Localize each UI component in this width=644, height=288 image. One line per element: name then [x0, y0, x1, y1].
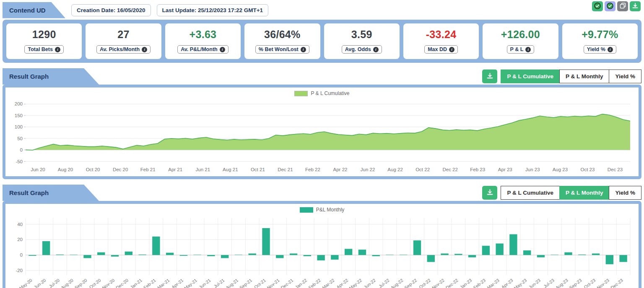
- svg-text:Jun-23: Jun-23: [528, 278, 542, 288]
- svg-text:Aug-22: Aug-22: [390, 278, 404, 288]
- svg-text:Aug 22: Aug 22: [387, 167, 402, 172]
- copy-icon: [620, 3, 626, 10]
- stat-card-total-bets: 1290Total Betsi: [6, 23, 82, 59]
- stat-label-chip[interactable]: Av. P&L/Monthi: [177, 45, 229, 54]
- svg-text:Jan-23: Jan-23: [459, 278, 473, 288]
- svg-text:Apr-23: Apr-23: [500, 278, 514, 288]
- stat-card-p-l: +126.00P & Li: [483, 23, 558, 59]
- svg-text:Mar-21: Mar-21: [156, 278, 171, 288]
- result-graph-1-title: Result Graph: [3, 68, 99, 85]
- tab-yield-[interactable]: Yield %: [609, 69, 641, 83]
- svg-text:Apr-21: Apr-21: [171, 278, 184, 288]
- chart-2-download-button[interactable]: [482, 186, 497, 200]
- download-icon: [487, 189, 493, 197]
- result-graph-2-controls: P & L CumulativeP & L MonthlyYield %: [482, 186, 641, 200]
- svg-text:Aug-21: Aug-21: [225, 278, 239, 288]
- svg-text:100: 100: [15, 124, 23, 129]
- svg-text:Feb 22: Feb 22: [305, 167, 320, 172]
- svg-text:Nov-23: Nov-23: [596, 278, 610, 288]
- svg-text:Oct-21: Oct-21: [253, 278, 267, 288]
- svg-text:Feb-21: Feb-21: [143, 278, 157, 288]
- svg-text:Mar-22: Mar-22: [321, 278, 335, 288]
- result-graph-1-controls: P & L CumulativeP & L MonthlyYield %: [482, 69, 641, 83]
- stat-label-chip[interactable]: % Bet Won/Losti: [255, 45, 309, 54]
- verified-badge-button[interactable]: [592, 1, 603, 11]
- stat-value: 36/64%: [246, 28, 318, 41]
- stat-card-yield-: +9.77%Yield %i: [562, 23, 638, 59]
- tab-p-l-cumulative[interactable]: P & L Cumulative: [501, 186, 560, 200]
- stat-label-chip[interactable]: Yield %i: [584, 45, 616, 54]
- tab-p-l-cumulative[interactable]: P & L Cumulative: [501, 69, 560, 83]
- svg-text:Jul-22: Jul-22: [378, 278, 390, 288]
- stat-label-chip[interactable]: Av. Picks/Monthi: [96, 45, 151, 54]
- info-icon[interactable]: i: [449, 47, 454, 52]
- stat-value: +126.00: [484, 28, 556, 41]
- info-icon[interactable]: i: [373, 47, 379, 52]
- svg-text:Aug-23: Aug-23: [555, 278, 569, 288]
- svg-text:Dec 20: Dec 20: [113, 167, 128, 172]
- svg-text:Jun 22: Jun 22: [361, 167, 375, 172]
- result-graph-2-header: Result Graph P & L CumulativeP & L Month…: [3, 185, 641, 201]
- info-icon[interactable]: i: [608, 47, 613, 52]
- copy-button[interactable]: [617, 1, 628, 11]
- svg-text:Jul-20: Jul-20: [48, 278, 60, 288]
- svg-text:20: 20: [17, 237, 23, 242]
- stat-label-text: % Bet Won/Lost: [259, 46, 299, 52]
- svg-text:Jun-22: Jun-22: [363, 278, 377, 288]
- chart-1-tab-group: P & L CumulativeP & L MonthlyYield %: [501, 69, 641, 83]
- chart-1-download-button[interactable]: [482, 69, 497, 83]
- svg-text:Sep-23: Sep-23: [568, 278, 582, 288]
- info-icon[interactable]: i: [55, 47, 60, 52]
- svg-text:Nov-20: Nov-20: [101, 278, 115, 288]
- legend-label: P&L Monthly: [316, 207, 345, 213]
- info-icon[interactable]: i: [220, 47, 225, 52]
- stat-label-text: Avg. Odds: [345, 46, 371, 52]
- stat-label-chip[interactable]: P & Li: [507, 45, 535, 54]
- download-icon: [632, 3, 638, 10]
- stat-label-chip[interactable]: Total Betsi: [24, 45, 64, 54]
- tab-p-l-monthly[interactable]: P & L Monthly: [559, 186, 610, 200]
- stat-label-chip[interactable]: Avg. Oddsi: [342, 45, 382, 54]
- pl-cumulative-chart: 200150100500-50Jun 20Aug 20Oct 20Dec 20F…: [8, 98, 634, 175]
- info-icon[interactable]: i: [142, 47, 147, 52]
- pl-monthly-chart: 40200-20May-20Jun-20Jul-20Aug-20Sep-20Oc…: [8, 215, 634, 288]
- svg-text:Jun 21: Jun 21: [196, 167, 210, 172]
- svg-text:Mar-23: Mar-23: [486, 278, 500, 288]
- svg-text:0: 0: [20, 252, 23, 257]
- svg-text:Dec-23: Dec-23: [610, 278, 624, 288]
- svg-text:May-23: May-23: [513, 278, 527, 288]
- check-badge-alt-icon: [606, 2, 614, 11]
- tab-yield-[interactable]: Yield %: [609, 186, 641, 200]
- svg-text:Jul-23: Jul-23: [543, 278, 555, 288]
- stat-value: 1290: [8, 28, 80, 41]
- stat-value: 3.59: [326, 28, 398, 41]
- svg-text:Aug 23: Aug 23: [553, 167, 568, 172]
- svg-text:Feb-22: Feb-22: [307, 278, 322, 288]
- verified-badge-alt-button[interactable]: [605, 1, 615, 11]
- svg-text:150: 150: [15, 113, 23, 118]
- stat-card--bet-won-lost: 36/64%% Bet Won/Losti: [244, 23, 320, 59]
- header-download-button[interactable]: [630, 1, 641, 11]
- svg-text:Oct 21: Oct 21: [251, 167, 265, 172]
- svg-text:0: 0: [20, 147, 23, 152]
- svg-text:Dec 23: Dec 23: [608, 167, 623, 172]
- svg-text:Aug 21: Aug 21: [223, 167, 238, 172]
- svg-text:Apr 21: Apr 21: [168, 167, 182, 172]
- info-icon[interactable]: i: [301, 47, 306, 52]
- svg-text:Jun 23: Jun 23: [525, 167, 540, 172]
- monthly-chart-panel: P&L Monthly 40200-20May-20Jun-20Jul-20Au…: [3, 201, 641, 288]
- stat-value: -33.24: [405, 28, 477, 41]
- svg-text:Feb-23: Feb-23: [473, 278, 487, 288]
- stats-panel: 1290Total Betsi27Av. Picks/Monthi+3.63Av…: [3, 20, 641, 63]
- stat-value: +9.77%: [564, 28, 636, 41]
- svg-text:Oct 20: Oct 20: [86, 167, 100, 172]
- svg-text:Jun-20: Jun-20: [33, 278, 47, 288]
- svg-text:Dec-21: Dec-21: [280, 278, 294, 288]
- tab-p-l-monthly[interactable]: P & L Monthly: [559, 69, 610, 83]
- stat-label-chip[interactable]: Max DDi: [424, 45, 458, 54]
- svg-text:Jun 20: Jun 20: [31, 167, 45, 172]
- svg-text:Dec 21: Dec 21: [278, 167, 293, 172]
- svg-text:Oct-22: Oct-22: [418, 278, 431, 288]
- stat-label-text: Av. Picks/Month: [100, 46, 140, 52]
- info-icon[interactable]: i: [525, 47, 531, 52]
